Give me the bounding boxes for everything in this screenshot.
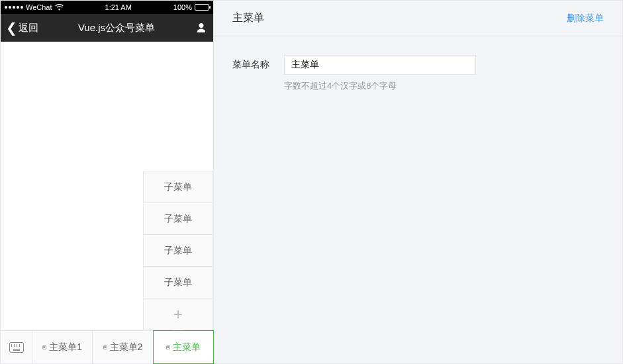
delete-menu-link[interactable]: 删除菜单 (567, 13, 604, 24)
nav-bar: ❮ 返回 Vue.js公众号菜单 (1, 14, 213, 42)
bottom-menu-item[interactable]: 主菜单2 (93, 331, 153, 363)
menu-name-label: 菜单名称 (232, 59, 272, 71)
bottom-menu-label: 主菜单1 (49, 341, 82, 353)
preview-body: 子菜单子菜单子菜单子菜单+ (1, 42, 213, 330)
chevron-left-icon: ❮ (6, 21, 17, 34)
battery-pct: 100% (173, 3, 192, 11)
menu-name-hint: 字数不超过4个汉字或8个字母 (284, 80, 604, 92)
bottom-bar: 主菜单1主菜单2主菜单 (1, 330, 213, 363)
bottom-menu-item[interactable]: 主菜单1 (32, 331, 93, 363)
submenu-item[interactable]: 子菜单 (143, 234, 213, 267)
bottom-menu-label: 主菜单2 (110, 341, 143, 353)
submenu-item[interactable]: 子菜单 (143, 203, 213, 235)
keyboard-icon (9, 342, 24, 353)
editor-header: 主菜单 删除菜单 (214, 1, 622, 36)
submenu-indicator-icon (42, 345, 46, 349)
submenu-item[interactable]: 子菜单 (143, 266, 213, 298)
editor-title: 主菜单 (232, 11, 264, 25)
wifi-icon (55, 4, 64, 11)
user-icon[interactable] (195, 21, 208, 34)
nav-title: Vue.js公众号菜单 (78, 22, 155, 34)
carrier-label: WeChat (26, 3, 52, 11)
keyboard-toggle[interactable] (1, 331, 32, 363)
battery-icon (195, 4, 209, 11)
menu-name-input[interactable] (284, 55, 476, 75)
submenu-indicator-icon (166, 345, 170, 349)
submenu-indicator-icon (103, 345, 107, 349)
phone-preview: WeChat 1:21 AM 100% ❮ 返回 Vue.js公众号菜单 (1, 1, 214, 363)
back-button[interactable]: ❮ 返回 (6, 21, 38, 34)
bottom-menu-label: 主菜单 (173, 341, 201, 353)
status-bar: WeChat 1:21 AM 100% (1, 1, 213, 14)
submenu-item[interactable]: 子菜单 (143, 171, 213, 203)
editor-panel: 主菜单 删除菜单 菜单名称 字数不超过4个汉字或8个字母 (214, 1, 622, 363)
bottom-menu-item[interactable]: 主菜单 (153, 330, 214, 364)
back-label: 返回 (19, 22, 38, 34)
status-time: 1:21 AM (105, 3, 132, 11)
submenu-list: 子菜单子菜单子菜单子菜单+ (143, 171, 213, 330)
signal-dots-icon (5, 6, 23, 9)
